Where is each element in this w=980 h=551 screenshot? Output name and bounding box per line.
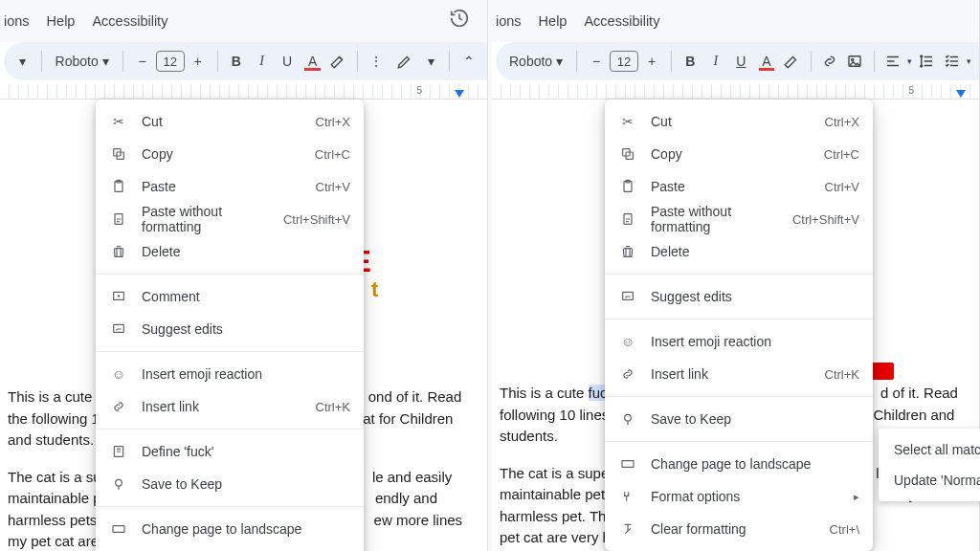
menu-help[interactable]: Help — [539, 13, 568, 29]
submenu-select-all-matching[interactable]: Select all match — [879, 434, 980, 465]
ctx-link[interactable]: Insert linkCtrl+K — [605, 358, 873, 390]
ctx-copy[interactable]: CopyCtrl+C — [96, 138, 364, 170]
ctx-comment[interactable]: Comment — [96, 280, 364, 313]
font-size-stepper[interactable]: − 12 + — [131, 50, 210, 73]
ctx-paste-without-formatting[interactable]: Paste without formattingCtrl+Shift+V — [96, 203, 364, 235]
ctx-label: Copy — [651, 146, 811, 162]
menu-extensions[interactable]: ions — [4, 13, 30, 29]
ctx-suggest-edits[interactable]: Suggest edits — [96, 313, 364, 345]
menu-accessibility[interactable]: Accessibility — [92, 13, 167, 29]
indent-marker-icon[interactable] — [956, 90, 966, 98]
menu-extensions[interactable]: ions — [496, 13, 522, 29]
doc-text: harmless pets. — [8, 512, 101, 528]
ctx-link[interactable]: Insert linkCtrl+K — [96, 390, 364, 423]
doc-text: and students. — [8, 431, 94, 448]
font-family-label: Roboto — [509, 54, 552, 69]
decrease-font-icon[interactable]: − — [585, 50, 608, 73]
pen-tool-icon[interactable] — [394, 50, 416, 73]
ctx-cut[interactable]: ✂CutCtrl+X — [605, 105, 873, 138]
delete-icon — [109, 244, 128, 259]
ctx-label: Paste — [651, 179, 812, 194]
ctx-copy[interactable]: CopyCtrl+C — [605, 138, 873, 170]
ctx-label: Cut — [142, 114, 302, 129]
menu-help[interactable]: Help — [47, 13, 76, 29]
underline-button[interactable]: U — [730, 50, 752, 73]
ctx-label: Cut — [651, 114, 812, 129]
ctx-label: Insert link — [651, 366, 812, 382]
copy-icon — [109, 146, 128, 162]
paste-icon — [618, 179, 637, 194]
italic-button[interactable]: I — [251, 50, 273, 73]
ctx-paste[interactable]: PasteCtrl+V — [96, 170, 364, 203]
ctx-cut[interactable]: ✂CutCtrl+X — [96, 105, 364, 138]
dictionary-icon — [109, 444, 128, 459]
ctx-emoji[interactable]: ☺Insert emoji reaction — [96, 358, 364, 390]
svg-rect-9 — [113, 526, 124, 533]
bold-button[interactable]: B — [226, 50, 248, 73]
checklist-button[interactable] — [942, 50, 964, 73]
indent-marker-icon[interactable] — [455, 90, 464, 98]
italic-button[interactable]: I — [705, 50, 727, 73]
submenu-arrow-icon: ▸ — [854, 491, 859, 503]
ctx-clear-format[interactable]: Clear formattingCtrl+\ — [605, 513, 873, 545]
format-icon — [618, 489, 637, 504]
svg-rect-6 — [114, 324, 124, 332]
ctx-format-options[interactable]: Format options▸ — [605, 480, 873, 513]
shortcut: Ctrl+K — [316, 400, 350, 414]
align-dropdown-icon[interactable]: ▾ — [907, 56, 912, 66]
highlight-button[interactable] — [781, 50, 803, 73]
ctx-label: Suggest edits — [142, 321, 350, 337]
history-icon[interactable] — [449, 8, 470, 29]
increase-font-icon[interactable]: + — [640, 50, 663, 73]
doc-text: at for Children — [363, 410, 453, 427]
ctx-landscape[interactable]: Change page to landscape — [605, 448, 873, 480]
font-family-select[interactable]: Roboto ▾ — [50, 54, 115, 69]
font-size-box[interactable]: 12 — [156, 51, 185, 72]
ctx-paste-without-formatting[interactable]: Paste without formattingCtrl+Shift+V — [605, 203, 873, 235]
menu-accessibility[interactable]: Accessibility — [584, 13, 659, 29]
bold-button[interactable]: B — [679, 50, 702, 73]
ctx-save-keep[interactable]: Save to Keep — [605, 403, 873, 435]
ctx-delete[interactable]: Delete — [96, 235, 364, 268]
delete-icon — [618, 244, 637, 259]
text-color-button[interactable]: A — [301, 50, 323, 73]
underline-button[interactable]: U — [277, 50, 299, 73]
toolbar-chevron-icon[interactable]: ▾ — [11, 50, 33, 73]
text-color-button[interactable]: A — [756, 50, 778, 73]
ctx-suggest-edits[interactable]: Suggest edits — [605, 280, 873, 313]
more-icon[interactable]: ⋮ — [366, 50, 388, 73]
ctx-emoji[interactable]: ☺Insert emoji reaction — [605, 325, 873, 358]
shortcut: Ctrl+V — [316, 180, 350, 194]
submenu-update-normal[interactable]: Update 'Normal — [879, 465, 980, 496]
increase-font-icon[interactable]: + — [187, 50, 210, 73]
highlight-button[interactable] — [327, 50, 349, 73]
doc-text: ew more lines — [374, 512, 463, 528]
line-spacing-button[interactable] — [916, 50, 938, 73]
align-button[interactable] — [882, 50, 904, 73]
checklist-dropdown-icon[interactable]: ▾ — [967, 56, 971, 66]
comment-icon — [109, 289, 128, 304]
ctx-define[interactable]: Define 'fuck' — [96, 435, 364, 468]
ctx-label: Insert emoji reaction — [651, 334, 859, 349]
decrease-font-icon[interactable]: − — [131, 50, 154, 73]
collapse-toolbar-icon[interactable]: ⌃ — [457, 50, 479, 73]
font-size-box[interactable]: 12 — [610, 51, 638, 72]
doc-text: following 10 lines, — [500, 407, 612, 423]
font-size-stepper[interactable]: − 12 + — [585, 50, 663, 73]
svg-point-18 — [625, 414, 632, 421]
doc-text: the following 10 — [8, 410, 107, 427]
ctx-paste[interactable]: PasteCtrl+V — [605, 170, 873, 203]
doc-text: le and easily — [372, 469, 452, 485]
ctx-landscape[interactable]: Change page to landscape — [96, 513, 364, 545]
insert-image-button[interactable] — [844, 50, 866, 73]
doc-text: The cat is a sup — [8, 469, 109, 485]
ctx-label: Change page to landscape — [142, 521, 350, 537]
menubar: ions Help Accessibility — [492, 0, 979, 42]
ctx-format-options[interactable]: Format options▸ — [96, 545, 364, 551]
toolbar: Roboto ▾ − 12 + B I U A ▾ ▾ — [496, 42, 979, 80]
font-family-select[interactable]: Roboto ▾ — [503, 54, 568, 69]
insert-link-button[interactable] — [819, 50, 841, 73]
ctx-save-keep[interactable]: Save to Keep — [96, 468, 364, 500]
pen-dropdown-icon[interactable]: ▾ — [420, 50, 442, 73]
ctx-delete[interactable]: Delete — [605, 235, 873, 268]
